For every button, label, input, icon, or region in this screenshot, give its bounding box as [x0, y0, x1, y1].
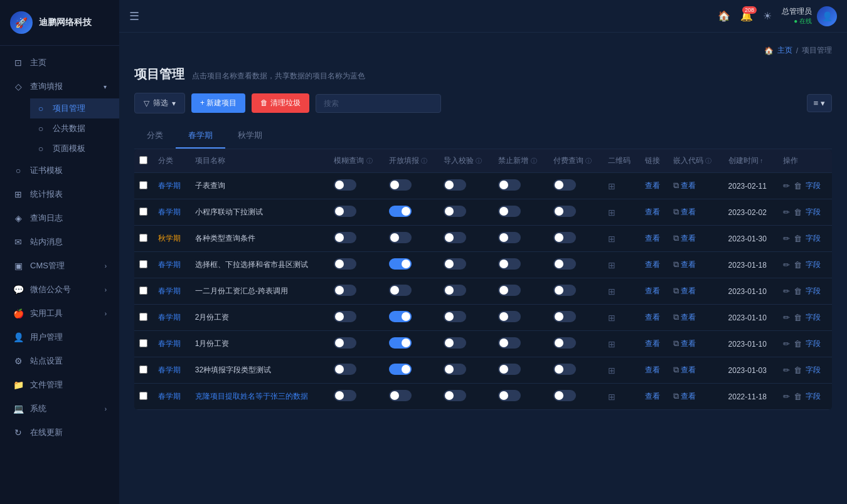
row-name[interactable]: 各种类型查询条件: [190, 226, 329, 252]
row-checkbox[interactable]: [139, 286, 147, 295]
toggle-switch[interactable]: [389, 232, 412, 243]
toggle-switch[interactable]: [389, 179, 412, 191]
toggle-switch[interactable]: [553, 285, 576, 296]
sidebar-item-user-mgmt[interactable]: 👤 用户管理: [0, 325, 119, 349]
link-view[interactable]: 查看: [645, 207, 660, 216]
field-link[interactable]: 字段: [806, 339, 821, 349]
toggle-switch[interactable]: [334, 390, 356, 401]
toggle-switch[interactable]: [498, 232, 521, 243]
tab-autumn[interactable]: 秋学期: [225, 123, 275, 149]
qr-icon[interactable]: ⊞: [608, 260, 615, 270]
row-checkbox[interactable]: [139, 181, 147, 189]
link-view[interactable]: 查看: [645, 234, 660, 243]
toggle-switch[interactable]: [444, 311, 466, 322]
copy-icon[interactable]: ⧉: [673, 233, 679, 243]
row-name[interactable]: 1月份工资: [190, 331, 329, 357]
qr-icon[interactable]: ⊞: [608, 207, 615, 218]
hamburger-button[interactable]: ☰: [129, 9, 139, 23]
edit-icon[interactable]: ✏: [783, 365, 790, 375]
tab-spring[interactable]: 春学期: [176, 123, 225, 149]
user-avatar[interactable]: 👤: [817, 6, 837, 26]
row-checkbox[interactable]: [139, 234, 147, 242]
embed-view[interactable]: 查看: [681, 234, 696, 243]
row-name[interactable]: 小程序联动下拉测试: [190, 199, 329, 226]
edit-icon[interactable]: ✏: [783, 339, 790, 349]
row-checkbox[interactable]: [139, 260, 147, 268]
row-checkbox[interactable]: [139, 339, 147, 347]
embed-view[interactable]: 查看: [681, 260, 696, 269]
toggle-switch[interactable]: [389, 206, 412, 217]
add-project-button[interactable]: + 新建项目: [191, 93, 245, 113]
edit-icon[interactable]: ✏: [783, 207, 790, 217]
link-view[interactable]: 查看: [645, 339, 660, 348]
toggle-switch[interactable]: [334, 258, 356, 270]
link-view[interactable]: 查看: [645, 260, 660, 269]
toggle-switch[interactable]: [498, 364, 521, 375]
toggle-switch[interactable]: [553, 232, 576, 243]
toggle-switch[interactable]: [498, 285, 521, 296]
toggle-switch[interactable]: [444, 337, 466, 349]
toggle-switch[interactable]: [553, 311, 576, 322]
qr-icon[interactable]: ⊞: [608, 234, 615, 244]
embed-view[interactable]: 查看: [681, 365, 696, 374]
copy-icon[interactable]: ⧉: [673, 391, 679, 401]
trash-button[interactable]: 🗑 清理垃圾: [252, 93, 309, 113]
copy-icon[interactable]: ⧉: [673, 312, 679, 322]
toggle-switch[interactable]: [334, 232, 356, 243]
toggle-switch[interactable]: [334, 364, 356, 375]
delete-icon[interactable]: 🗑: [794, 234, 802, 243]
sidebar-item-file-mgmt[interactable]: 📁 文件管理: [0, 373, 119, 397]
toggle-switch[interactable]: [444, 390, 466, 401]
embed-view[interactable]: 查看: [681, 313, 696, 322]
toggle-switch[interactable]: [389, 364, 412, 375]
toggle-switch[interactable]: [553, 206, 576, 217]
toggle-switch[interactable]: [389, 337, 412, 349]
row-checkbox[interactable]: [139, 313, 147, 321]
qr-icon[interactable]: ⊞: [608, 286, 615, 297]
sidebar-item-query-log[interactable]: ◈ 查询日志: [0, 206, 119, 230]
field-link[interactable]: 字段: [806, 181, 821, 191]
sidebar-item-page-template[interactable]: ○ 页面模板: [30, 139, 119, 159]
copy-icon[interactable]: ⧉: [673, 365, 679, 374]
delete-icon[interactable]: 🗑: [794, 260, 802, 270]
row-name[interactable]: 子表查询: [190, 173, 329, 199]
sidebar-item-public-data[interactable]: ○ 公共数据: [30, 118, 119, 139]
row-name[interactable]: 选择框、下拉选择和省市县区测试: [190, 252, 329, 278]
edit-icon[interactable]: ✏: [783, 234, 790, 243]
field-link[interactable]: 字段: [806, 365, 821, 375]
toggle-switch[interactable]: [553, 179, 576, 191]
edit-icon[interactable]: ✏: [783, 392, 790, 401]
delete-icon[interactable]: 🗑: [794, 392, 802, 401]
toggle-switch[interactable]: [389, 258, 412, 270]
field-link[interactable]: 字段: [806, 391, 821, 402]
sidebar-item-query-forms[interactable]: ◇ 查询填报 ▾: [0, 75, 119, 98]
delete-icon[interactable]: 🗑: [794, 207, 802, 217]
delete-icon[interactable]: 🗑: [794, 181, 802, 191]
toggle-switch[interactable]: [498, 337, 521, 349]
home-button[interactable]: 🏠: [718, 10, 730, 22]
link-view[interactable]: 查看: [645, 286, 660, 295]
toggle-switch[interactable]: [498, 258, 521, 270]
link-view[interactable]: 查看: [645, 365, 660, 374]
row-name[interactable]: 2月份工资: [190, 305, 329, 331]
toggle-switch[interactable]: [553, 258, 576, 270]
delete-icon[interactable]: 🗑: [794, 339, 802, 349]
toggle-switch[interactable]: [389, 311, 412, 322]
row-checkbox[interactable]: [139, 207, 147, 216]
sidebar-item-system[interactable]: 💻 系统 ›: [0, 397, 119, 421]
toggle-switch[interactable]: [389, 285, 412, 296]
copy-icon[interactable]: ⧉: [673, 339, 679, 348]
row-name[interactable]: 32种填报字段类型测试: [190, 357, 329, 384]
toggle-switch[interactable]: [444, 285, 466, 296]
sidebar-item-site-msg[interactable]: ✉ 站内消息: [0, 230, 119, 254]
edit-icon[interactable]: ✏: [783, 260, 790, 270]
toggle-switch[interactable]: [498, 179, 521, 191]
qr-icon[interactable]: ⊞: [608, 313, 615, 323]
toggle-switch[interactable]: [389, 390, 412, 401]
view-toggle-button[interactable]: ≡ ▾: [807, 94, 832, 112]
sidebar-item-tools[interactable]: 🍎 实用工具 ›: [0, 302, 119, 325]
toggle-switch[interactable]: [334, 285, 356, 296]
copy-icon[interactable]: ⧉: [673, 260, 679, 269]
link-view[interactable]: 查看: [645, 181, 660, 190]
row-checkbox[interactable]: [139, 392, 147, 400]
